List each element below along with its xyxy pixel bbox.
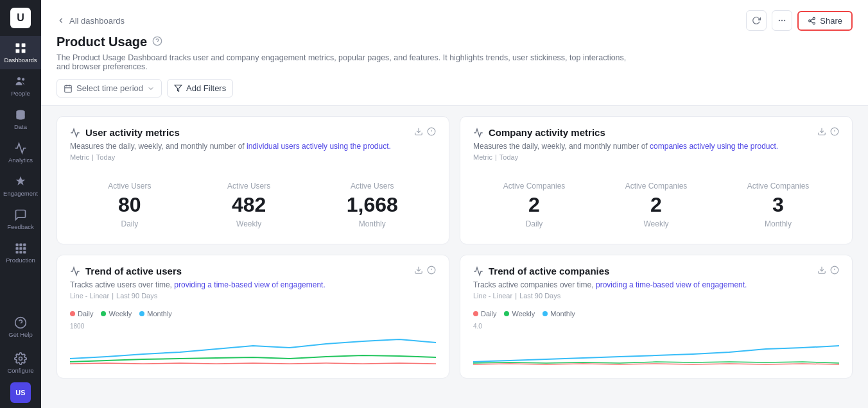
chevron-down-icon <box>147 85 155 92</box>
toolbar: Select time period Add Filters <box>56 79 853 105</box>
download-icon-3[interactable] <box>414 266 423 276</box>
company-metric-weekly: Active Companies 2 Weekly <box>625 182 688 228</box>
sidebar-item-feedback-label: Feedback <box>7 223 34 230</box>
info-icon-4[interactable] <box>830 266 839 276</box>
trend-companies-desc: Tracks active companies over time, provi… <box>473 280 839 289</box>
svg-rect-1 <box>22 44 26 47</box>
company-activity-desc-link: companies actively using the product. <box>650 142 778 151</box>
user-activity-card-actions <box>414 127 436 138</box>
help-circle-icon[interactable] <box>152 36 162 48</box>
share-label: Share <box>820 16 842 26</box>
sidebar-item-dashboards-label: Dashboards <box>4 56 37 64</box>
svg-point-21 <box>784 20 785 21</box>
sidebar-bottom: Get Help Configure US <box>0 310 41 408</box>
sidebar-item-configure-label: Configure <box>7 367 33 374</box>
trend-users-desc-link: providing a time-based view of engagemen… <box>174 280 325 289</box>
sidebar-item-data[interactable]: Data <box>0 103 41 136</box>
trend-users-title: Trend of active users <box>70 266 182 276</box>
svg-rect-3 <box>22 49 26 53</box>
add-filters-button[interactable]: Add Filters <box>167 79 233 98</box>
svg-rect-9 <box>23 244 26 246</box>
download-icon-2[interactable] <box>817 127 826 138</box>
more-options-button[interactable] <box>772 10 792 31</box>
sidebar-item-analytics[interactable]: Analytics <box>0 136 41 169</box>
trend-users-legend: Daily Weekly Monthly <box>70 310 436 318</box>
svg-point-23 <box>809 19 811 21</box>
refresh-icon <box>752 16 761 25</box>
user-activity-meta: Metric|Today <box>70 153 436 161</box>
trend-companies-meta: Line - Linear|Last 90 Days <box>473 292 839 300</box>
sidebar-item-people-label: People <box>11 90 30 97</box>
legend-co-monthly: Monthly <box>542 310 575 318</box>
legend-daily-dot <box>70 311 75 316</box>
download-icon[interactable] <box>414 127 423 138</box>
time-period-select[interactable]: Select time period <box>56 79 162 98</box>
company-metric-daily: Active Companies 2 Daily <box>503 182 566 228</box>
share-button[interactable]: Share <box>797 11 853 31</box>
main-content: All dashboards Share Product Usage <box>41 0 868 408</box>
legend-monthly: Monthly <box>139 310 172 318</box>
svg-rect-7 <box>16 244 19 246</box>
trend-companies-title: Trend of active companies <box>473 266 609 276</box>
user-metric-daily: Active Users 80 Daily <box>108 182 151 228</box>
svg-rect-11 <box>19 247 22 250</box>
back-link[interactable]: All dashboards <box>56 16 125 26</box>
refresh-button[interactable] <box>746 10 767 31</box>
user-avatar[interactable]: US <box>10 382 31 403</box>
sidebar-logo: U <box>0 0 41 36</box>
legend-co-monthly-dot <box>542 311 548 316</box>
sidebar-item-engagement[interactable]: Engagement <box>0 169 41 203</box>
company-activity-desc: Measures the daily, weekly, and monthly … <box>473 142 839 151</box>
analytics-icon <box>14 142 27 155</box>
trend-companies-chart <box>473 330 839 365</box>
chart-icon-3 <box>70 266 80 276</box>
download-icon-4[interactable] <box>817 266 826 276</box>
chart-icon-4 <box>473 266 483 276</box>
sidebar-item-get-help[interactable]: Get Help <box>0 310 41 344</box>
trend-companies-card: Trend of active companies Tracks active … <box>460 255 853 378</box>
sidebar-item-engagement-label: Engagement <box>3 190 38 197</box>
svg-point-19 <box>779 20 780 21</box>
sidebar-item-production-label: Production <box>6 257 35 264</box>
info-icon[interactable] <box>427 127 436 138</box>
sidebar-item-configure[interactable]: Configure <box>0 346 41 380</box>
company-activity-card-header: Company activity metrics <box>473 127 839 138</box>
svg-point-20 <box>781 20 783 21</box>
trend-companies-header: Trend of active companies <box>473 266 839 276</box>
trend-companies-desc-link: providing a time-based view of engagemen… <box>596 280 747 289</box>
svg-rect-12 <box>23 247 26 250</box>
sidebar-item-dashboards[interactable]: Dashboards <box>0 36 41 69</box>
legend-daily-label: Daily <box>78 310 93 318</box>
page-title: Product Usage <box>56 35 147 49</box>
share-icon <box>808 17 816 25</box>
trend-companies-card-actions <box>817 266 839 276</box>
trend-companies-legend: Daily Weekly Monthly <box>473 310 839 318</box>
user-activity-card: User activity metrics Measures the daily… <box>56 116 449 244</box>
company-activity-card-actions <box>817 127 839 138</box>
calendar-icon <box>64 84 73 93</box>
legend-co-daily-label: Daily <box>481 310 496 318</box>
legend-co-weekly: Weekly <box>504 310 535 318</box>
dashboard-content: User activity metrics Measures the daily… <box>41 106 868 408</box>
sidebar-item-feedback[interactable]: Feedback <box>0 203 41 236</box>
svg-rect-29 <box>65 85 72 92</box>
info-icon-3[interactable] <box>427 266 436 276</box>
sidebar-item-people[interactable]: People <box>0 69 41 103</box>
user-activity-card-header: User activity metrics <box>70 127 436 138</box>
filter-icon <box>174 84 182 92</box>
company-metric-monthly: Active Companies 3 Monthly <box>747 182 810 228</box>
more-icon <box>777 16 786 25</box>
chart-min-label: 1800 <box>70 323 436 330</box>
svg-rect-14 <box>19 251 22 253</box>
svg-rect-2 <box>16 49 20 53</box>
engagement-icon <box>14 175 27 188</box>
user-metric-monthly: Active Users 1,668 Monthly <box>347 182 398 228</box>
trend-users-desc: Tracks active users over time, providing… <box>70 280 436 289</box>
metrics-grid: User activity metrics Measures the daily… <box>56 116 853 378</box>
sidebar-item-production[interactable]: Production <box>0 236 41 269</box>
trend-users-meta: Line - Linear|Last 90 Days <box>70 292 436 300</box>
header-top: All dashboards Share <box>56 10 853 31</box>
trend-users-card: Trend of active users Tracks active user… <box>56 255 449 378</box>
info-icon-2[interactable] <box>830 127 839 138</box>
company-activity-card: Company activity metrics Measures the da… <box>460 116 853 244</box>
